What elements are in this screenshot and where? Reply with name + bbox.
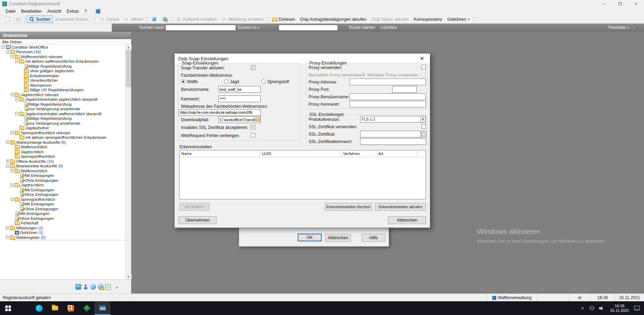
tree-item[interactable]: Wachperson	[0, 83, 125, 88]
collapse-toggle[interactable]: −	[6, 165, 9, 168]
collapse-toggle[interactable]: −	[6, 226, 9, 229]
soap-transfer-checkbox[interactable]	[251, 65, 255, 70]
tree-item[interactable]: fällige LfV Regelüberprüfungen	[0, 88, 125, 93]
tree-item[interactable]: Mit Eintragungen	[0, 173, 125, 178]
clear-search-button[interactable]: Löschen	[381, 25, 397, 30]
tree-item[interactable]: ohne gültigen Jagdschein	[0, 69, 125, 74]
tree-item[interactable]: zur Verlängerung anstehende	[0, 121, 125, 126]
proxy-address-field[interactable]	[350, 79, 426, 85]
toolbar-button-korrespondenz[interactable]: Korrespondenz	[411, 16, 445, 23]
toolbar-button-gebuhren[interactable]: Gebühren▾	[445, 16, 472, 23]
collapse-toggle[interactable]: −	[11, 184, 14, 187]
toolbar-button-globe[interactable]	[149, 16, 159, 23]
menu-item-item[interactable]: ?	[81, 8, 90, 14]
globe-mail-icon[interactable]	[98, 284, 103, 290]
tree-item[interactable]: −Waffenrechtlich relevant	[0, 54, 125, 59]
tree-item[interactable]: Jagdrechtlich	[0, 149, 125, 154]
start-button[interactable]	[0, 301, 16, 315]
minimize-button[interactable]: ─	[596, 0, 612, 7]
taskbar-active-app-button[interactable]	[95, 301, 110, 315]
start-search-button[interactable]: Suche starten	[349, 25, 375, 30]
download-path-field[interactable]	[218, 116, 261, 123]
tree-scrollbar[interactable]: ▲ ▼	[125, 45, 131, 279]
tree-item[interactable]: Mit Eintragungen	[0, 211, 125, 216]
tree-item[interactable]: −Mitteilungen(2)	[0, 226, 125, 230]
tree-item[interactable]	[11, 240, 125, 245]
tree-item[interactable]: −Personen(34)	[0, 50, 125, 55]
column-header-verfahren[interactable]: Verfahren	[341, 150, 377, 157]
taskbar-app-1-button[interactable]	[63, 301, 79, 315]
delete-erkenntnisstellen-button[interactable]: Erkenntnisstellen löschen	[325, 203, 372, 211]
tree-item[interactable]: fällige Regelüberprüfung	[0, 102, 125, 107]
dialog-cancel-button[interactable]: Abbrechen	[388, 216, 426, 224]
tree-item[interactable]: Mit Eintragungen	[0, 202, 125, 207]
cancel-button[interactable]: Abbrechen	[325, 234, 351, 242]
tree-item[interactable]: Sprengstoffrechtlich	[0, 154, 125, 159]
collapse-toggle[interactable]: −	[15, 112, 18, 115]
tree-item[interactable]: −Melderegister(0)	[0, 235, 125, 240]
person-icon[interactable]	[83, 284, 89, 290]
tree-item[interactable]: fällige Regelüberprüfung	[0, 116, 125, 121]
menu-item-ansicht[interactable]: Ansicht	[44, 8, 64, 14]
collapse-toggle[interactable]: −	[15, 60, 18, 63]
collapse-toggle[interactable]: −	[11, 169, 14, 172]
taskbar-app-2-button[interactable]	[79, 301, 95, 315]
toolbar-button-globe-alt[interactable]	[159, 16, 170, 23]
collapse-toggle[interactable]: −	[6, 50, 9, 54]
close-button[interactable]: ×	[628, 0, 644, 7]
tree-item[interactable]: zur Verlängerung anstehende	[0, 107, 125, 112]
radio-waffe[interactable]	[181, 79, 186, 84]
list-icon[interactable]	[105, 284, 111, 290]
manual-proxy-radio[interactable]	[421, 73, 426, 77]
tree-item[interactable]: Ohne Eintragungen	[0, 206, 125, 211]
collapse-toggle[interactable]: −	[11, 55, 14, 58]
invalid-ssl-checkbox[interactable]	[251, 125, 255, 129]
tray-chevron-icon[interactable]: ∧	[578, 306, 587, 310]
close-search-icon[interactable]: ✕	[634, 25, 640, 30]
expand-toggle[interactable]: +	[6, 160, 9, 163]
ssl-cert-field[interactable]	[360, 131, 421, 137]
tree-item[interactable]: −mit aktiven waffenrechtlichen Erlaubnis…	[0, 59, 125, 64]
tree-item[interactable]: −Jagdscheininhaber jagdrechtlich überprü…	[0, 97, 125, 102]
search-in-dropdown[interactable]: Suchen in ▾	[238, 25, 260, 30]
fetch-erkenntnisstellen-button[interactable]: Erkenntnisstellen abrufen	[375, 203, 426, 211]
tree-item[interactable]: mit aktiven sprengstoffrechtlichen Erlau…	[0, 135, 125, 140]
scroll-up-icon[interactable]: ▲	[126, 45, 132, 50]
tray-clock[interactable]: 16:26 15.11.2021	[607, 304, 633, 313]
collapse-toggle[interactable]: −	[6, 236, 9, 239]
windows-proxy-radio[interactable]	[361, 73, 365, 77]
tree-item[interactable]: +Offene Auskünfte(15)	[0, 159, 125, 164]
tree-item[interactable]: Jagdaufseher	[0, 126, 125, 131]
tree-item[interactable]: −Sprengstoffrechtlich relevant	[0, 130, 125, 135]
tree-item[interactable]: Ohne Eintragungen	[0, 178, 125, 183]
taskbar-explorer-button[interactable]	[47, 301, 63, 315]
tree-item[interactable]: −Condition WorkOffice	[0, 45, 125, 50]
menu-item-bearbeiten[interactable]: Bearbeiten	[18, 8, 44, 14]
browse-cert-button[interactable]	[421, 131, 427, 137]
proxy-port-field[interactable]	[392, 86, 417, 93]
notification-center-icon[interactable]	[634, 306, 640, 310]
collapse-toggle[interactable]: −	[11, 131, 14, 134]
tree-item[interactable]: −Waffenrechtlich	[0, 168, 125, 173]
tree-item[interactable]: Waffenrechtlich	[0, 145, 125, 150]
taskbar-edge-button[interactable]	[31, 301, 47, 315]
collapse-toggle[interactable]: −	[11, 198, 14, 201]
toolbar-button-osip-antragsbestatigungen-abrufen[interactable]: Osip Antragsbestätigungen abrufen	[298, 16, 369, 23]
image-icon[interactable]	[75, 284, 81, 290]
tree-item[interactable]: fällige Regelüberprüfung	[0, 64, 125, 69]
favorites-button[interactable]: Favoriten ▾	[608, 25, 629, 30]
speaker-icon[interactable]	[599, 306, 604, 310]
tree-item[interactable]: −Jagdrechtlich	[0, 183, 125, 188]
tree-item[interactable]: Ohne Eintragungen	[0, 192, 125, 197]
scroll-down-icon[interactable]: ▼	[126, 274, 132, 279]
tree-item[interactable]: −Beantwortete Auskünfte(9)	[0, 164, 125, 169]
proxy-use-checkbox[interactable]	[421, 65, 426, 69]
webservice-url-field[interactable]	[179, 109, 261, 116]
maximize-button[interactable]	[612, 0, 628, 7]
tree-item[interactable]: Fehlerhaft	[0, 221, 125, 226]
collapse-toggle[interactable]: −	[1, 45, 5, 49]
tree-item[interactable]: −Warteschlange Auskünfte(6)	[0, 140, 125, 145]
apply-button[interactable]: Übernehmen	[178, 216, 217, 224]
search-scope-input[interactable]	[279, 25, 338, 31]
proxy-username-field[interactable]	[350, 93, 426, 100]
